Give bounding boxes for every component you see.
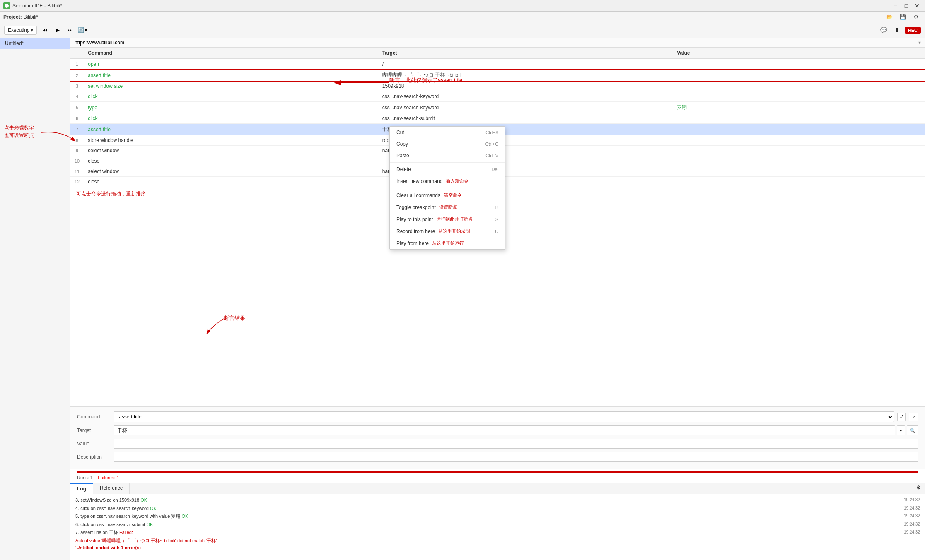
log-text: 6. click on css=.nav-search-submit OK bbox=[75, 521, 900, 528]
table-row[interactable]: 5typecss=.nav-search-keyword罗翔 bbox=[70, 102, 925, 113]
row-number[interactable]: 5 bbox=[70, 102, 84, 113]
table-row[interactable]: 4clickcss=.nav-search-keyword bbox=[70, 91, 925, 102]
context-menu-item[interactable]: Play to this point运行到此并打断点S bbox=[390, 213, 505, 225]
context-menu-shortcut: Ctrl+C bbox=[485, 142, 498, 147]
row-target: css=.nav-search-keyword bbox=[378, 102, 673, 113]
ok-indicator: OK bbox=[150, 506, 157, 511]
context-menu-shortcut: Ctrl+V bbox=[485, 153, 498, 158]
row-number[interactable]: 11 bbox=[70, 166, 84, 177]
row-number[interactable]: 1 bbox=[70, 59, 84, 70]
col-command: Command bbox=[84, 48, 378, 59]
context-menu-item[interactable]: DeleteDel bbox=[390, 163, 505, 175]
log-settings-icon[interactable]: ⚙ bbox=[912, 483, 925, 494]
context-menu-shortcut: Ctrl+X bbox=[485, 130, 498, 135]
context-menu-item[interactable]: Clear all commands清空命令 bbox=[390, 189, 505, 201]
executing-label: Executing bbox=[8, 27, 30, 33]
sidebar-item-untitled[interactable]: Untitled* bbox=[0, 38, 70, 49]
chat-icon[interactable]: 💬 bbox=[878, 24, 890, 36]
title-bar: Selenium IDE - Bilibili* − □ ✕ bbox=[0, 0, 925, 12]
app-container: Executing ▾ ⏮ ▶ ⏭ 🔄▾ 💬 ⏸ REC Untitled* ▾ bbox=[0, 22, 925, 560]
maximize-button[interactable]: □ bbox=[902, 1, 911, 10]
row-target: / bbox=[378, 59, 673, 70]
tab-log[interactable]: Log bbox=[70, 483, 93, 494]
command-label: Command bbox=[77, 414, 110, 420]
row-number[interactable]: 3 bbox=[70, 81, 84, 91]
context-menu: CutCtrl+XCopyCtrl+CPasteCtrl+VDeleteDelI… bbox=[389, 126, 505, 250]
row-number[interactable]: 9 bbox=[70, 146, 84, 156]
row-value bbox=[673, 70, 925, 81]
context-menu-item[interactable]: CopyCtrl+C bbox=[390, 138, 505, 150]
tab-reference[interactable]: Reference bbox=[93, 483, 130, 494]
command-select[interactable]: assert title bbox=[114, 411, 894, 422]
target-input[interactable] bbox=[114, 425, 895, 435]
app-icon bbox=[3, 2, 10, 9]
context-menu-item[interactable]: Toggle breakpoint设置断点B bbox=[390, 201, 505, 213]
context-menu-shortcut: S bbox=[495, 217, 498, 222]
settings-icon[interactable]: ⚙ bbox=[910, 11, 922, 23]
context-menu-shortcut: U bbox=[495, 229, 498, 234]
context-menu-item-label: Play from here从这里开始运行 bbox=[396, 240, 464, 246]
col-num bbox=[70, 48, 84, 59]
target-input-group: ▾ 🔍 bbox=[114, 425, 918, 435]
row-command: set window size bbox=[84, 81, 378, 91]
row-number[interactable]: 8 bbox=[70, 135, 84, 146]
url-bar: ▾ bbox=[70, 38, 925, 48]
open-folder-icon[interactable]: 📂 bbox=[884, 11, 895, 23]
context-menu-item[interactable]: CutCtrl+X bbox=[390, 127, 505, 138]
url-input[interactable] bbox=[75, 40, 918, 46]
row-command: close bbox=[84, 177, 378, 187]
value-input[interactable] bbox=[114, 439, 918, 449]
target-row: Target ▾ 🔍 bbox=[77, 425, 918, 435]
rec-button[interactable]: REC bbox=[905, 27, 921, 34]
svg-point-0 bbox=[5, 4, 9, 8]
row-value bbox=[673, 177, 925, 187]
close-button[interactable]: ✕ bbox=[913, 1, 922, 10]
target-search-button[interactable]: 🔍 bbox=[907, 425, 918, 435]
row-number[interactable]: 10 bbox=[70, 156, 84, 166]
row-command: click bbox=[84, 91, 378, 102]
row-command: assert title bbox=[84, 124, 378, 135]
target-dropdown-button[interactable]: ▾ bbox=[897, 425, 905, 435]
row-number[interactable]: 12 bbox=[70, 177, 84, 187]
context-menu-item-label: Clear all commands清空命令 bbox=[396, 192, 462, 198]
context-menu-item-label: Toggle breakpoint设置断点 bbox=[396, 204, 457, 210]
content-area: Untitled* ▾ Command Target Value bbox=[0, 38, 925, 560]
table-row[interactable]: 2assert title哔哩哔哩（゜-゜）つロ 干杯~-bilibili bbox=[70, 70, 925, 81]
toolbar-icons: ⏮ ▶ ⏭ 🔄▾ bbox=[39, 24, 88, 36]
row-value bbox=[673, 166, 925, 177]
context-menu-item[interactable]: PasteCtrl+V bbox=[390, 150, 505, 161]
project-name[interactable]: Bilibili* bbox=[24, 14, 38, 20]
context-menu-item[interactable]: Insert new command插入新命令 bbox=[390, 175, 505, 187]
row-number[interactable]: 4 bbox=[70, 91, 84, 102]
step-back-button[interactable]: ⏮ bbox=[39, 24, 51, 36]
table-row[interactable]: 3set window size1509x918 bbox=[70, 81, 925, 91]
context-menu-item[interactable]: Record from here从这里开始录制U bbox=[390, 225, 505, 237]
row-target: css=.nav-search-keyword bbox=[378, 91, 673, 102]
description-input[interactable] bbox=[114, 452, 918, 462]
executing-dropdown[interactable]: Executing ▾ bbox=[4, 26, 37, 35]
row-number[interactable]: 6 bbox=[70, 113, 84, 124]
open-editor-button[interactable]: ↗ bbox=[909, 413, 918, 421]
pause-icon[interactable]: ⏸ bbox=[891, 24, 903, 36]
speed-button[interactable]: 🔄▾ bbox=[77, 24, 88, 36]
url-dropdown-arrow[interactable]: ▾ bbox=[918, 40, 921, 46]
log-timestamp: 19:24:32 bbox=[904, 513, 920, 520]
row-target: 1509x918 bbox=[378, 81, 673, 91]
row-value bbox=[673, 91, 925, 102]
row-number[interactable]: 7 bbox=[70, 124, 84, 135]
context-menu-item[interactable]: Play from here从这里开始运行 bbox=[390, 237, 505, 249]
run-button[interactable]: ▶ bbox=[52, 24, 63, 36]
comment-button[interactable]: // bbox=[897, 413, 906, 421]
table-row[interactable]: 6clickcss=.nav-search-submit bbox=[70, 113, 925, 124]
progress-bar-container bbox=[77, 471, 918, 473]
log-timestamp: 19:24:32 bbox=[904, 521, 920, 528]
log-line: Actual value '哔哩哔哩（゜-゜）つロ 干杯~-bilibili' … bbox=[75, 537, 920, 544]
minimize-button[interactable]: − bbox=[891, 1, 900, 10]
table-row[interactable]: 1open/ bbox=[70, 59, 925, 70]
context-menu-item-label: Insert new command插入新命令 bbox=[396, 178, 469, 184]
row-value bbox=[673, 81, 925, 91]
row-number[interactable]: 2 bbox=[70, 70, 84, 81]
save-icon[interactable]: 💾 bbox=[897, 11, 908, 23]
step-forward-button[interactable]: ⏭ bbox=[64, 24, 76, 36]
project-label: Project: bbox=[3, 14, 22, 20]
